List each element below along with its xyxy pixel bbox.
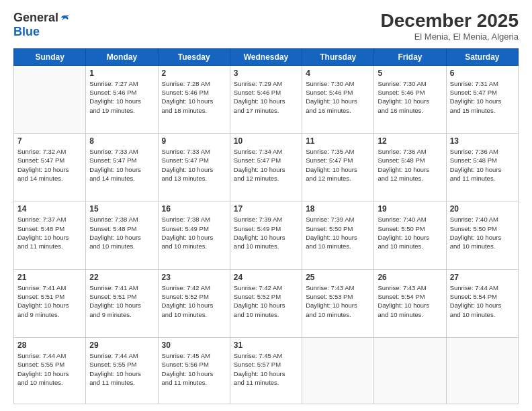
table-row bbox=[374, 337, 446, 404]
day-info: Sunrise: 7:41 AMSunset: 5:51 PMDaylight:… bbox=[89, 283, 154, 319]
table-row: 23Sunrise: 7:42 AMSunset: 5:52 PMDayligh… bbox=[158, 269, 230, 337]
day-number: 18 bbox=[306, 204, 370, 214]
table-row: 14Sunrise: 7:37 AMSunset: 5:48 PMDayligh… bbox=[14, 201, 86, 269]
day-number: 17 bbox=[234, 204, 298, 214]
table-row: 5Sunrise: 7:30 AMSunset: 5:46 PMDaylight… bbox=[374, 65, 446, 133]
table-row: 4Sunrise: 7:30 AMSunset: 5:46 PMDaylight… bbox=[302, 65, 374, 133]
calendar-table: Sunday Monday Tuesday Wednesday Thursday… bbox=[13, 48, 519, 404]
day-number: 27 bbox=[450, 273, 515, 282]
header: General Blue December 2025 El Menia, El … bbox=[13, 11, 519, 42]
day-number: 25 bbox=[306, 273, 370, 282]
day-number: 28 bbox=[17, 340, 82, 350]
day-number: 13 bbox=[450, 136, 515, 146]
day-number: 30 bbox=[162, 340, 226, 350]
day-info: Sunrise: 7:40 AMSunset: 5:50 PMDaylight:… bbox=[450, 215, 515, 250]
day-info: Sunrise: 7:39 AMSunset: 5:50 PMDaylight:… bbox=[306, 215, 370, 250]
day-number: 3 bbox=[234, 68, 298, 78]
day-number: 7 bbox=[17, 136, 82, 146]
day-info: Sunrise: 7:34 AMSunset: 5:47 PMDaylight:… bbox=[234, 147, 298, 183]
day-info: Sunrise: 7:39 AMSunset: 5:49 PMDaylight:… bbox=[234, 215, 298, 250]
table-row: 28Sunrise: 7:44 AMSunset: 5:55 PMDayligh… bbox=[14, 337, 86, 404]
page: General Blue December 2025 El Menia, El … bbox=[0, 0, 532, 411]
day-info: Sunrise: 7:38 AMSunset: 5:49 PMDaylight:… bbox=[162, 215, 226, 250]
day-info: Sunrise: 7:31 AMSunset: 5:47 PMDaylight:… bbox=[450, 79, 515, 115]
day-info: Sunrise: 7:40 AMSunset: 5:50 PMDaylight:… bbox=[378, 215, 442, 250]
day-info: Sunrise: 7:42 AMSunset: 5:52 PMDaylight:… bbox=[234, 283, 298, 319]
table-row bbox=[302, 337, 374, 404]
table-row: 16Sunrise: 7:38 AMSunset: 5:49 PMDayligh… bbox=[158, 201, 230, 269]
day-info: Sunrise: 7:32 AMSunset: 5:47 PMDaylight:… bbox=[17, 147, 82, 183]
table-row: 20Sunrise: 7:40 AMSunset: 5:50 PMDayligh… bbox=[446, 201, 518, 269]
day-number: 29 bbox=[89, 340, 154, 350]
day-info: Sunrise: 7:38 AMSunset: 5:48 PMDaylight:… bbox=[89, 215, 154, 250]
table-row: 15Sunrise: 7:38 AMSunset: 5:48 PMDayligh… bbox=[86, 201, 158, 269]
day-number: 2 bbox=[162, 68, 226, 78]
day-info: Sunrise: 7:30 AMSunset: 5:46 PMDaylight:… bbox=[378, 79, 442, 115]
day-info: Sunrise: 7:44 AMSunset: 5:55 PMDaylight:… bbox=[89, 351, 154, 387]
day-info: Sunrise: 7:45 AMSunset: 5:57 PMDaylight:… bbox=[234, 351, 298, 387]
day-number: 1 bbox=[89, 68, 154, 78]
table-row: 31Sunrise: 7:45 AMSunset: 5:57 PMDayligh… bbox=[230, 337, 302, 404]
month-title: December 2025 bbox=[381, 11, 519, 32]
col-sunday: Sunday bbox=[14, 48, 86, 65]
table-row: 25Sunrise: 7:43 AMSunset: 5:53 PMDayligh… bbox=[302, 269, 374, 337]
day-info: Sunrise: 7:44 AMSunset: 5:55 PMDaylight:… bbox=[17, 351, 82, 387]
day-number: 11 bbox=[306, 136, 370, 146]
day-info: Sunrise: 7:41 AMSunset: 5:51 PMDaylight:… bbox=[17, 283, 82, 319]
day-info: Sunrise: 7:45 AMSunset: 5:56 PMDaylight:… bbox=[162, 351, 226, 387]
table-row: 10Sunrise: 7:34 AMSunset: 5:47 PMDayligh… bbox=[230, 134, 302, 201]
table-row: 18Sunrise: 7:39 AMSunset: 5:50 PMDayligh… bbox=[302, 201, 374, 269]
day-number: 23 bbox=[162, 273, 226, 282]
table-row: 24Sunrise: 7:42 AMSunset: 5:52 PMDayligh… bbox=[230, 269, 302, 337]
col-saturday: Saturday bbox=[446, 48, 518, 65]
day-number: 19 bbox=[378, 204, 442, 214]
day-number: 6 bbox=[450, 68, 515, 78]
day-number: 26 bbox=[378, 273, 442, 282]
table-row: 21Sunrise: 7:41 AMSunset: 5:51 PMDayligh… bbox=[14, 269, 86, 337]
day-info: Sunrise: 7:44 AMSunset: 5:54 PMDaylight:… bbox=[450, 283, 515, 319]
day-info: Sunrise: 7:33 AMSunset: 5:47 PMDaylight:… bbox=[162, 147, 226, 183]
table-row: 3Sunrise: 7:29 AMSunset: 5:46 PMDaylight… bbox=[230, 65, 302, 133]
table-row: 19Sunrise: 7:40 AMSunset: 5:50 PMDayligh… bbox=[374, 201, 446, 269]
day-number: 8 bbox=[89, 136, 154, 146]
day-number: 9 bbox=[162, 136, 226, 146]
col-wednesday: Wednesday bbox=[230, 48, 302, 65]
col-friday: Friday bbox=[374, 48, 446, 65]
title-block: December 2025 El Menia, El Menia, Algeri… bbox=[381, 11, 519, 42]
day-number: 22 bbox=[89, 273, 154, 282]
day-info: Sunrise: 7:43 AMSunset: 5:54 PMDaylight:… bbox=[378, 283, 442, 319]
table-row: 2Sunrise: 7:28 AMSunset: 5:46 PMDaylight… bbox=[158, 65, 230, 133]
day-number: 21 bbox=[17, 273, 82, 282]
day-info: Sunrise: 7:37 AMSunset: 5:48 PMDaylight:… bbox=[17, 215, 82, 250]
logo-blue: Blue bbox=[13, 25, 40, 38]
table-row: 30Sunrise: 7:45 AMSunset: 5:56 PMDayligh… bbox=[158, 337, 230, 404]
col-thursday: Thursday bbox=[302, 48, 374, 65]
day-number: 31 bbox=[234, 340, 298, 350]
day-number: 15 bbox=[89, 204, 154, 214]
table-row: 27Sunrise: 7:44 AMSunset: 5:54 PMDayligh… bbox=[446, 269, 518, 337]
day-number: 14 bbox=[17, 204, 82, 214]
calendar-header-row: Sunday Monday Tuesday Wednesday Thursday… bbox=[14, 48, 519, 65]
day-info: Sunrise: 7:36 AMSunset: 5:48 PMDaylight:… bbox=[378, 147, 442, 183]
day-number: 24 bbox=[234, 273, 298, 282]
table-row: 7Sunrise: 7:32 AMSunset: 5:47 PMDaylight… bbox=[14, 134, 86, 201]
table-row: 26Sunrise: 7:43 AMSunset: 5:54 PMDayligh… bbox=[374, 269, 446, 337]
table-row bbox=[446, 337, 518, 404]
day-number: 12 bbox=[378, 136, 442, 146]
day-info: Sunrise: 7:33 AMSunset: 5:47 PMDaylight:… bbox=[89, 147, 154, 183]
table-row: 17Sunrise: 7:39 AMSunset: 5:49 PMDayligh… bbox=[230, 201, 302, 269]
day-info: Sunrise: 7:27 AMSunset: 5:46 PMDaylight:… bbox=[89, 79, 154, 115]
table-row: 1Sunrise: 7:27 AMSunset: 5:46 PMDaylight… bbox=[86, 65, 158, 133]
location-subtitle: El Menia, El Menia, Algeria bbox=[381, 32, 519, 42]
day-number: 10 bbox=[234, 136, 298, 146]
day-info: Sunrise: 7:29 AMSunset: 5:46 PMDaylight:… bbox=[234, 79, 298, 115]
table-row bbox=[14, 65, 86, 133]
day-info: Sunrise: 7:43 AMSunset: 5:53 PMDaylight:… bbox=[306, 283, 370, 319]
table-row: 6Sunrise: 7:31 AMSunset: 5:47 PMDaylight… bbox=[446, 65, 518, 133]
table-row: 13Sunrise: 7:36 AMSunset: 5:48 PMDayligh… bbox=[446, 134, 518, 201]
table-row: 11Sunrise: 7:35 AMSunset: 5:47 PMDayligh… bbox=[302, 134, 374, 201]
table-row: 8Sunrise: 7:33 AMSunset: 5:47 PMDaylight… bbox=[86, 134, 158, 201]
col-tuesday: Tuesday bbox=[158, 48, 230, 65]
table-row: 12Sunrise: 7:36 AMSunset: 5:48 PMDayligh… bbox=[374, 134, 446, 201]
day-info: Sunrise: 7:30 AMSunset: 5:46 PMDaylight:… bbox=[306, 79, 370, 115]
